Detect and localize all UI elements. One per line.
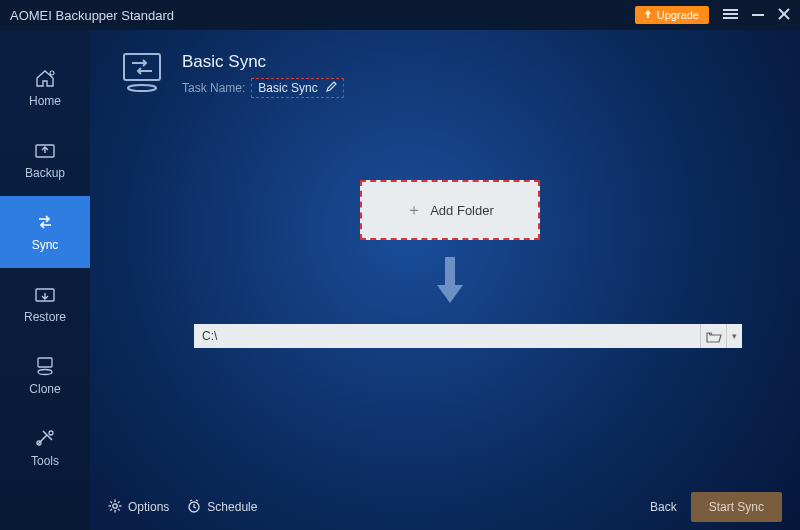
plus-icon: ＋ bbox=[406, 200, 422, 221]
sidebar-item-home[interactable]: Home bbox=[0, 52, 90, 124]
page-title: Basic Sync bbox=[182, 52, 344, 72]
svg-point-10 bbox=[38, 370, 52, 375]
upgrade-button[interactable]: Upgrade bbox=[635, 6, 709, 24]
svg-point-17 bbox=[113, 503, 117, 507]
task-name-row: Task Name: Basic Sync bbox=[182, 78, 344, 98]
schedule-label: Schedule bbox=[207, 500, 257, 514]
sidebar-item-clone[interactable]: Clone bbox=[0, 340, 90, 412]
svg-line-23 bbox=[118, 508, 120, 510]
gear-icon bbox=[108, 499, 122, 516]
app-title: AOMEI Backupper Standard bbox=[10, 8, 635, 23]
upgrade-icon bbox=[643, 9, 653, 21]
sidebar-item-tools[interactable]: Tools bbox=[0, 412, 90, 484]
sidebar-item-backup[interactable]: Backup bbox=[0, 124, 90, 196]
sidebar-item-label: Clone bbox=[29, 382, 60, 396]
page-sync-icon bbox=[118, 52, 166, 92]
sync-icon bbox=[33, 212, 57, 232]
svg-rect-13 bbox=[124, 54, 160, 80]
tools-icon bbox=[33, 428, 57, 448]
svg-rect-3 bbox=[752, 14, 764, 16]
back-button[interactable]: Back bbox=[650, 500, 677, 514]
upgrade-label: Upgrade bbox=[657, 9, 699, 21]
titlebar: AOMEI Backupper Standard Upgrade bbox=[0, 0, 800, 30]
clock-icon bbox=[187, 499, 201, 516]
task-name-value: Basic Sync bbox=[258, 81, 317, 95]
menu-icon[interactable] bbox=[723, 7, 738, 23]
page-header: Basic Sync Task Name: Basic Sync bbox=[90, 30, 800, 98]
minimize-button[interactable] bbox=[752, 7, 764, 23]
destination-dropdown-button[interactable]: ▾ bbox=[726, 324, 742, 348]
task-name-label: Task Name: bbox=[182, 81, 245, 95]
footer: Options Schedule Back Start Sync bbox=[90, 484, 800, 530]
pencil-icon bbox=[326, 81, 337, 95]
sidebar-item-restore[interactable]: Restore bbox=[0, 268, 90, 340]
sidebar-item-label: Home bbox=[29, 94, 61, 108]
svg-point-12 bbox=[49, 431, 53, 435]
start-sync-button[interactable]: Start Sync bbox=[691, 492, 782, 522]
schedule-button[interactable]: Schedule bbox=[187, 499, 257, 516]
options-button[interactable]: Options bbox=[108, 499, 169, 516]
sidebar-item-sync[interactable]: Sync bbox=[0, 196, 90, 268]
sidebar-item-label: Sync bbox=[32, 238, 59, 252]
sidebar-item-label: Restore bbox=[24, 310, 66, 324]
page-titles: Basic Sync Task Name: Basic Sync bbox=[182, 52, 344, 98]
svg-rect-9 bbox=[38, 358, 52, 367]
add-folder-button[interactable]: ＋ Add Folder bbox=[360, 180, 540, 240]
close-button[interactable] bbox=[778, 7, 790, 23]
svg-rect-1 bbox=[723, 13, 738, 15]
main-panel: Basic Sync Task Name: Basic Sync ＋ Add F… bbox=[90, 30, 800, 530]
svg-rect-2 bbox=[723, 17, 738, 19]
sidebar: Home Backup Sync Restore Clone bbox=[0, 30, 90, 530]
browse-folder-button[interactable] bbox=[700, 324, 726, 348]
add-folder-label: Add Folder bbox=[430, 203, 494, 218]
destination-path-row: C:\ ▾ bbox=[194, 324, 742, 348]
svg-line-25 bbox=[110, 508, 112, 510]
clone-icon bbox=[33, 356, 57, 376]
svg-point-15 bbox=[128, 85, 156, 91]
options-label: Options bbox=[128, 500, 169, 514]
destination-path-input[interactable]: C:\ bbox=[194, 329, 700, 343]
app-body: Home Backup Sync Restore Clone bbox=[0, 30, 800, 530]
svg-rect-16 bbox=[445, 257, 455, 285]
svg-point-6 bbox=[50, 71, 54, 75]
restore-icon bbox=[33, 284, 57, 304]
folder-open-icon bbox=[706, 330, 722, 343]
svg-rect-0 bbox=[723, 9, 738, 11]
svg-line-22 bbox=[110, 501, 112, 503]
svg-line-24 bbox=[118, 501, 120, 503]
backup-icon bbox=[33, 140, 57, 160]
arrow-down-icon bbox=[435, 255, 465, 309]
sidebar-item-label: Tools bbox=[31, 454, 59, 468]
sidebar-item-label: Backup bbox=[25, 166, 65, 180]
task-name-input[interactable]: Basic Sync bbox=[251, 78, 343, 98]
home-icon bbox=[33, 68, 57, 88]
